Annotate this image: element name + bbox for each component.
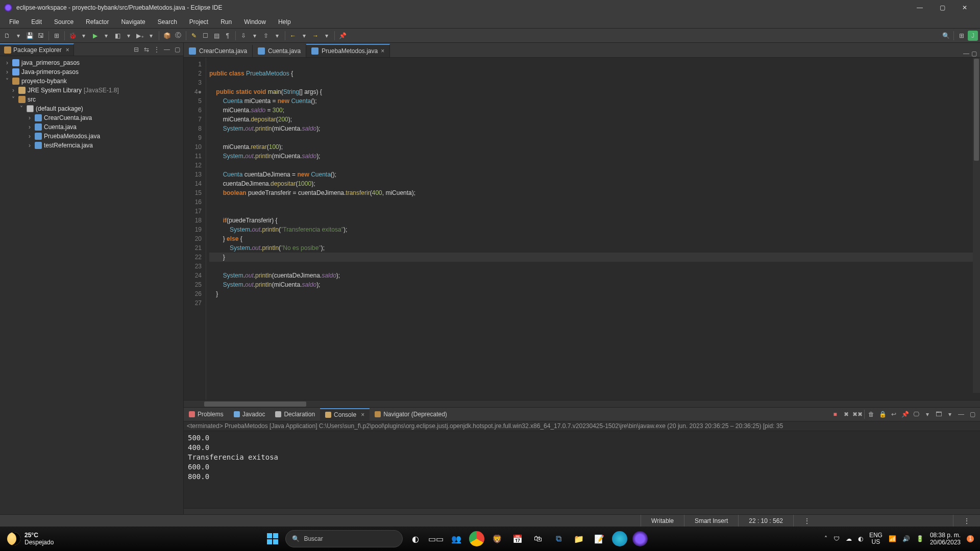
- tree-item[interactable]: ›CrearCuenta.java: [0, 113, 183, 122]
- menu-file[interactable]: File: [3, 16, 25, 28]
- editor-tab[interactable]: PruebaMetodos.java×: [306, 44, 390, 57]
- run-icon[interactable]: ▶: [90, 31, 100, 41]
- console-output[interactable]: 500.0 400.0 Transferencia exitosa 600.0 …: [184, 431, 980, 508]
- maximize-view-icon[interactable]: ▢: [173, 46, 181, 53]
- maximize-button[interactable]: ▢: [931, 0, 953, 15]
- toggle-mark-icon[interactable]: ☐: [200, 31, 210, 41]
- close-button[interactable]: ✕: [953, 0, 976, 15]
- console-open-icon[interactable]: 🗔: [934, 410, 943, 419]
- vertical-scrollbar[interactable]: [973, 58, 980, 393]
- tree-item[interactable]: ›Cuenta.java: [0, 122, 183, 132]
- tree-item[interactable]: ›Java-primeros-pasos: [0, 67, 183, 77]
- save-all-icon[interactable]: 🖫: [36, 31, 46, 41]
- show-whitespace-icon[interactable]: ¶: [223, 31, 233, 41]
- tree-item[interactable]: ›JRE System Library [JavaSE-1.8]: [0, 86, 183, 95]
- console-word-wrap-icon[interactable]: ↩: [889, 410, 898, 419]
- console-display-icon[interactable]: 🖵: [912, 410, 921, 419]
- tray-defender-icon[interactable]: 🛡: [834, 535, 840, 542]
- save-icon[interactable]: 💾: [24, 31, 35, 41]
- editor-tab[interactable]: CrearCuenta.java: [184, 45, 253, 57]
- bottom-tab-console[interactable]: Console×: [320, 408, 370, 420]
- eclipse-taskbar-icon[interactable]: [632, 531, 648, 546]
- tree-item[interactable]: ›PruebaMetodos.java: [0, 132, 183, 141]
- package-explorer-tab[interactable]: Package Explorer ×: [0, 43, 74, 56]
- menu-window[interactable]: Window: [238, 16, 272, 28]
- tree-item[interactable]: ›java_primeros_pasos: [0, 58, 183, 67]
- menu-project[interactable]: Project: [183, 16, 214, 28]
- console-clear-icon[interactable]: 🗑: [867, 410, 876, 419]
- menu-navigate[interactable]: Navigate: [115, 16, 151, 28]
- tree-item[interactable]: ˅(default package): [0, 104, 183, 113]
- link-editor-icon[interactable]: ⇆: [142, 46, 151, 53]
- tray-clock[interactable]: 08:38 p. m. 20/06/2023: [930, 532, 961, 546]
- menu-edit[interactable]: Edit: [25, 16, 48, 28]
- close-icon[interactable]: ×: [381, 47, 384, 55]
- status-more-icon[interactable]: ⋮: [953, 515, 980, 527]
- pin-editor-icon[interactable]: 📌: [337, 31, 348, 41]
- bottom-tab-navigator[interactable]: Navigator (Deprecated): [370, 409, 452, 420]
- chrome-icon[interactable]: [469, 531, 484, 546]
- brave-icon[interactable]: 🦁: [489, 531, 505, 546]
- menu-source[interactable]: Source: [48, 16, 80, 28]
- external-tools-icon[interactable]: ▶₊: [135, 31, 145, 41]
- edge-icon[interactable]: [612, 531, 627, 546]
- code-editor[interactable]: 1234●56789101112131415161718192021222324…: [184, 57, 980, 400]
- close-icon[interactable]: ×: [66, 46, 69, 54]
- debug-icon[interactable]: 🐞: [67, 31, 78, 41]
- new-class-icon[interactable]: Ⓒ: [173, 31, 183, 41]
- tree-item[interactable]: ˅proyecto-bybank: [0, 77, 183, 86]
- collapse-all-icon[interactable]: ⊟: [132, 46, 140, 53]
- minimize-view-icon[interactable]: ―: [163, 46, 171, 53]
- code-body[interactable]: public class PruebaMetodos { public stat…: [206, 58, 980, 400]
- tray-lang2[interactable]: US: [869, 539, 883, 545]
- view-menu-icon[interactable]: ⋮: [153, 46, 161, 53]
- tray-chevron-icon[interactable]: ˄: [824, 535, 827, 542]
- menu-refactor[interactable]: Refactor: [80, 16, 115, 28]
- store-icon[interactable]: 🛍: [530, 531, 546, 546]
- java-perspective-icon[interactable]: J: [968, 31, 978, 41]
- prev-annotation-icon[interactable]: ⇧: [261, 31, 271, 41]
- back-icon[interactable]: ←: [288, 31, 298, 41]
- tray-onedrive-icon[interactable]: ☁: [846, 535, 852, 542]
- tray-battery-saver-icon[interactable]: ◐: [858, 535, 863, 542]
- copilot-icon[interactable]: ◐: [408, 531, 423, 546]
- bottom-tab-declaration[interactable]: Declaration: [270, 409, 320, 420]
- console-remove-all-icon[interactable]: ✖✖: [853, 410, 862, 419]
- explorer-icon[interactable]: 📁: [571, 531, 586, 546]
- tree-item[interactable]: ›testReferncia.java: [0, 141, 183, 150]
- toggle-block-icon[interactable]: ▤: [211, 31, 222, 41]
- tray-volume-icon[interactable]: 🔊: [902, 535, 910, 542]
- tree-item[interactable]: ˅src: [0, 95, 183, 104]
- menu-run[interactable]: Run: [214, 16, 238, 28]
- coverage-icon[interactable]: ◧: [112, 31, 122, 41]
- weather-widget[interactable]: 25°C Despejado: [0, 532, 61, 546]
- notepad-icon[interactable]: 📝: [592, 531, 607, 546]
- start-button[interactable]: [265, 531, 280, 546]
- maximize-console-icon[interactable]: ▢: [968, 410, 977, 419]
- open-task-icon[interactable]: ✎: [189, 31, 199, 41]
- open-perspective-icon[interactable]: ⊞: [957, 31, 967, 41]
- bottom-tab-problems[interactable]: Problems: [184, 409, 229, 420]
- minimize-button[interactable]: ―: [909, 0, 931, 15]
- new-icon[interactable]: 🗋: [2, 31, 12, 41]
- bottom-tab-javadoc[interactable]: Javadoc: [229, 409, 271, 420]
- teams-icon[interactable]: 👥: [449, 531, 464, 546]
- console-terminate-icon[interactable]: ■: [830, 410, 840, 419]
- tray-notifications-icon[interactable]: 1: [967, 535, 974, 542]
- new-package-icon[interactable]: 📦: [162, 31, 172, 41]
- console-scrollbar[interactable]: [184, 508, 980, 514]
- status-options-icon[interactable]: ⋮: [793, 515, 820, 527]
- taskbar-search[interactable]: 🔍 Buscar: [285, 530, 403, 547]
- console-scroll-lock-icon[interactable]: 🔒: [878, 410, 887, 419]
- minimize-editor-icon[interactable]: ―: [963, 50, 969, 57]
- console-pin-icon[interactable]: 📌: [900, 410, 910, 419]
- tray-battery-icon[interactable]: 🔋: [916, 535, 924, 542]
- forward-icon[interactable]: →: [310, 31, 321, 41]
- console-remove-icon[interactable]: ✖: [842, 410, 851, 419]
- vscode-icon[interactable]: ⧉: [551, 531, 566, 546]
- open-type-icon[interactable]: ⊞: [52, 31, 62, 41]
- editor-tab[interactable]: Cuenta.java: [253, 45, 306, 57]
- tray-wifi-icon[interactable]: 📶: [889, 535, 896, 542]
- package-tree[interactable]: ›java_primeros_pasos›Java-primeros-pasos…: [0, 56, 183, 514]
- search-icon[interactable]: 🔍: [941, 31, 951, 41]
